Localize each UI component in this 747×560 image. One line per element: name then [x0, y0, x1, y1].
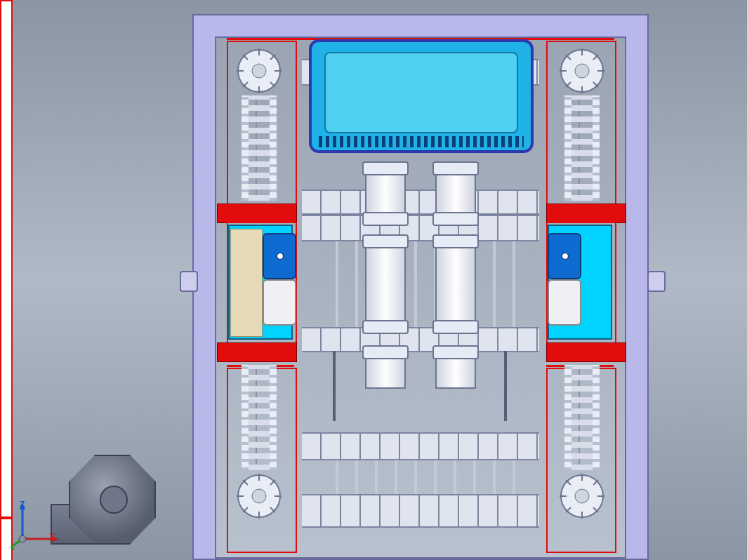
- top-tray: [309, 39, 534, 153]
- chain-column-left: [233, 42, 285, 550]
- chain-left-lower: [242, 365, 277, 470]
- rack-shelf-2: [302, 189, 539, 215]
- svg-point-46: [19, 535, 26, 542]
- chain-right-upper: [564, 95, 600, 201]
- guide-post-left: [333, 351, 336, 421]
- frame-flange-left: [180, 271, 198, 292]
- chain-right-lower: [564, 365, 600, 470]
- chain-left-upper: [242, 95, 277, 201]
- drive-cylinder-mid-right: [435, 240, 476, 328]
- svg-marker-45: [10, 546, 15, 550]
- view-axes-triad: X Z: [10, 501, 60, 552]
- sprocket-left-top: [234, 46, 284, 95]
- rack-shelf-6: [302, 494, 539, 528]
- rack-shelf-5: [302, 432, 539, 460]
- red-rail-left: [0, 0, 13, 518]
- frame-flange-right: [647, 271, 666, 292]
- drive-cylinder-low-right: [435, 351, 476, 389]
- sprocket-left-bottom: [234, 472, 284, 521]
- guide-post-right: [504, 351, 507, 421]
- drive-cylinder-upper-right: [435, 167, 476, 220]
- cad-viewport[interactable]: X Z outer-frame: [0, 0, 747, 560]
- sprocket-right-bottom: [557, 472, 607, 521]
- svg-point-21: [575, 64, 589, 78]
- drive-cylinder-low-left: [365, 351, 406, 389]
- svg-point-31: [575, 489, 589, 503]
- axis-x-label: X: [49, 532, 55, 542]
- chain-column-right: [556, 42, 608, 550]
- drive-cylinder-mid-left: [365, 240, 406, 328]
- gear-motor: [51, 455, 156, 553]
- svg-point-1: [252, 64, 266, 78]
- axis-z-label: Z: [20, 500, 25, 509]
- rack-shelf-4: [302, 327, 539, 352]
- sprocket-right-top: [557, 46, 607, 95]
- drive-cylinder-upper-left: [365, 167, 406, 220]
- vertical-grate-bot: [319, 458, 524, 494]
- cad-scene: X Z outer-frame: [0, 0, 747, 560]
- vertical-grate-mid: [319, 239, 524, 327]
- tray-rack-teeth: [319, 136, 524, 147]
- rack-shelf-3: [302, 215, 539, 241]
- motor-shaft-hub: [100, 486, 128, 514]
- svg-point-11: [252, 489, 266, 503]
